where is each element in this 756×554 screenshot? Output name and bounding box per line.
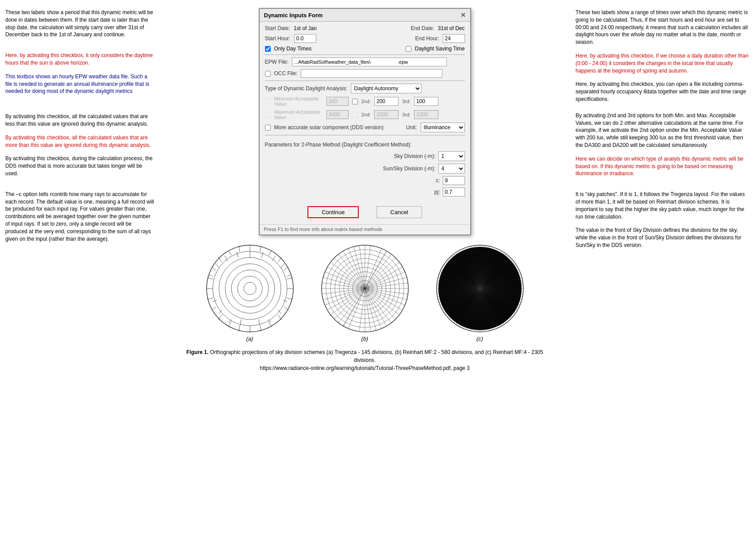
dialog-body: Start Date: 1st of Jan End Date: 31st of…: [260, 22, 470, 224]
min-label: Minimum AcceptableValue:: [274, 96, 323, 107]
sun-sky-row: Sun/Sky Division (-m): 4: [265, 164, 465, 173]
svg-line-11: [284, 307, 288, 310]
max-2nd-input[interactable]: [374, 110, 399, 119]
only-day-times-checkbox[interactable]: [265, 46, 271, 52]
figure-c: (c): [436, 244, 524, 342]
sun-sky-select[interactable]: 4: [438, 164, 465, 173]
start-hour-input[interactable]: [294, 34, 316, 43]
c-input[interactable]: [443, 176, 465, 185]
unit-label: Unit:: [406, 124, 417, 131]
left-annotation-7: The –c option tells rcontrib how many ra…: [5, 191, 154, 243]
ra7-text: The value in the front of Sky Division d…: [576, 227, 751, 249]
min-3rd-input[interactable]: [414, 97, 438, 106]
svg-line-18: [228, 250, 231, 255]
svg-point-0: [207, 245, 293, 332]
left-annotation-1: These two labels show a period that this…: [5, 9, 154, 38]
ra2-text: Here, by activating this checkbox, if we…: [576, 52, 751, 74]
epw-row: EPW File:: [265, 58, 465, 66]
right-annotation-2: Here, by activating this checkbox, if we…: [576, 52, 751, 74]
svg-line-14: [228, 321, 231, 327]
svg-line-15: [211, 307, 215, 310]
min-checkbox[interactable]: [265, 99, 271, 104]
figure-caption-text: Orthographic projections of sky division…: [210, 349, 543, 363]
left-annotation-2: Here, by activating this checkbox, it on…: [5, 52, 154, 67]
sky-division-row: Sky Division (-m): 1: [265, 151, 465, 161]
svg-line-20: [278, 257, 281, 262]
la4-text: By activating this checkbox, all the cal…: [5, 113, 154, 128]
min-2nd-input[interactable]: [374, 97, 399, 106]
type-row: Type of Dynamic Daylight Analysis: Dayli…: [265, 84, 465, 93]
left-annotation-5: By activating this checkbox, all the cal…: [5, 134, 154, 149]
daylight-saving-checkbox[interactable]: [406, 46, 411, 52]
figure-b-label: (b): [361, 335, 368, 342]
sky-division-select[interactable]: 1: [438, 151, 465, 161]
occ-label: OCC File:: [274, 70, 298, 77]
cancel-button[interactable]: Cancel: [376, 206, 422, 218]
epw-input[interactable]: [292, 58, 447, 66]
continue-button[interactable]: Continue: [307, 206, 359, 218]
min-3rd-label: 3rd:: [402, 99, 411, 104]
right-annotation-5: Here we can decide on which type of anal…: [576, 155, 751, 177]
daylight-saving-label: Daylight Saving Time: [415, 46, 465, 52]
footer-text: Press F1 to find more info about matrix …: [264, 227, 383, 232]
svg-line-40: [237, 252, 238, 258]
max-label: Maximum AcceptableValue:: [274, 109, 323, 120]
svg-line-42: [215, 264, 219, 268]
dialog-footer: Press F1 to find more info about matrix …: [260, 224, 470, 235]
svg-line-8: [268, 250, 271, 255]
figure-caption: Figure 1. Orthographic projections of sk…: [186, 348, 544, 364]
dialog-close-button[interactable]: ✕: [461, 12, 466, 19]
occ-input[interactable]: [301, 69, 442, 78]
svg-line-9: [284, 267, 288, 270]
max-checkbox[interactable]: [265, 112, 271, 118]
left-annotation-6: By activating this checkbox, during the …: [5, 155, 154, 177]
svg-line-12: [268, 321, 271, 327]
dialog-buttons: Continue Cancel: [265, 202, 465, 221]
figure-caption-bold: Figure 1.: [186, 349, 208, 355]
checkbox-row-1: Only Day Times Daylight Saving Time: [265, 46, 465, 52]
pj-input[interactable]: [443, 188, 465, 196]
dialog-title: Dynamic Inputs Form: [264, 12, 323, 19]
type-select[interactable]: Daylight Autonomy: [351, 84, 422, 93]
unit-select[interactable]: Illuminance: [421, 123, 465, 132]
divider-2: [265, 81, 465, 81]
min-2nd-label: 2nd:: [361, 99, 371, 104]
left-annotation-3: This textbox shows an hourly EPW weather…: [5, 73, 154, 95]
svg-line-32: [261, 252, 263, 258]
max-value-input[interactable]: [326, 110, 349, 119]
min-row: Minimum AcceptableValue: 2nd: 3rd:: [265, 96, 465, 107]
figures-section: (a): [159, 235, 570, 376]
svg-line-41: [225, 256, 227, 261]
ra1-text: These two labels show a range of times o…: [576, 9, 751, 46]
dynamic-inputs-dialog: Dynamic Inputs Form ✕ Start Date: 1st of…: [259, 8, 471, 235]
divider-1: [265, 54, 465, 55]
max-3rd-input[interactable]: [414, 110, 438, 119]
right-annotation-1: These two labels show a range of times o…: [576, 9, 751, 46]
end-hour-input[interactable]: [443, 34, 465, 43]
end-date-value: 31st of Dec: [438, 25, 465, 31]
svg-line-34: [281, 264, 284, 268]
la7-text: The –c option tells rcontrib how many ra…: [5, 191, 154, 243]
hour-row: Start Hour: End Hour:: [265, 34, 465, 43]
epw-label: EPW File:: [265, 59, 288, 65]
min-2nd-checkbox[interactable]: [352, 99, 358, 104]
right-annotation-7: The value in the front of Sky Division d…: [576, 227, 751, 249]
min-value-input[interactable]: [326, 97, 349, 106]
max-2nd-checkbox[interactable]: [352, 112, 358, 118]
svg-point-4: [231, 270, 269, 307]
la6-text: By activating this checkbox, during the …: [5, 155, 154, 177]
ra5-text: Here we can decide on which type of anal…: [576, 155, 751, 177]
type-label: Type of Dynamic Daylight Analysis:: [265, 85, 348, 92]
pj-label: pj:: [434, 189, 440, 195]
figure-a-label: (a): [246, 335, 253, 342]
c-row: c:: [265, 176, 465, 185]
max-3rd-label: 3rd:: [402, 112, 411, 117]
svg-point-5: [238, 276, 262, 301]
la5-text: By activating this checkbox, all the cal…: [5, 134, 154, 149]
accurate-checkbox[interactable]: [265, 125, 271, 131]
occ-row: OCC File:: [265, 69, 465, 78]
left-annotation-4: By activating this checkbox, all the cal…: [5, 113, 154, 128]
left-annotations-panel: These two labels show a period that this…: [0, 4, 159, 376]
occ-checkbox[interactable]: [265, 71, 271, 77]
divider-3: [265, 135, 465, 135]
